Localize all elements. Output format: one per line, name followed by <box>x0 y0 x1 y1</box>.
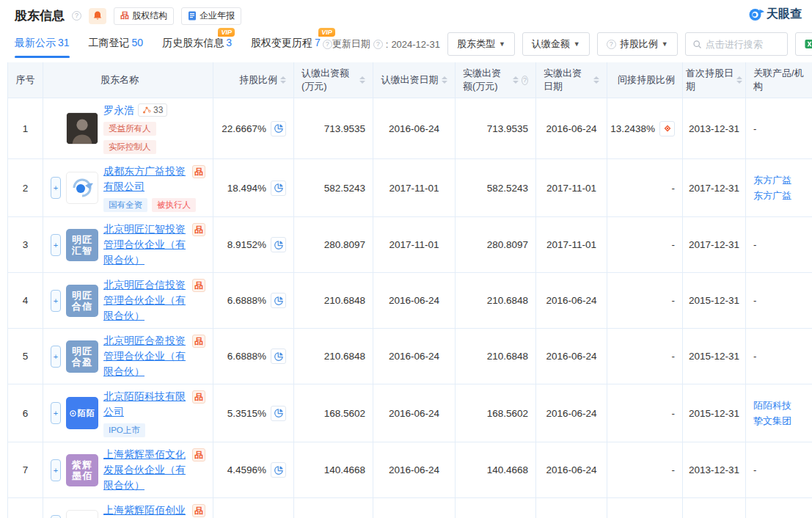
export-button[interactable]: 导出 <box>795 32 812 56</box>
shareholder-logo: 明匠合信 <box>66 285 98 317</box>
search-input[interactable] <box>706 39 780 50</box>
tag-orange[interactable]: 实际控制人 <box>103 140 156 154</box>
equity-structure-icon[interactable]: 品 <box>192 390 205 404</box>
related-products-cell: - <box>746 98 812 158</box>
indirect-detail-icon[interactable] <box>659 121 675 136</box>
shareholder-name-link[interactable]: 罗永浩 <box>103 103 134 118</box>
bell-icon[interactable] <box>89 8 106 24</box>
search-box[interactable] <box>685 32 788 56</box>
tab-label: 工商登记 <box>89 37 130 48</box>
pie-chart-icon[interactable] <box>271 349 286 364</box>
expand-button[interactable]: + <box>51 346 61 368</box>
tag-blue[interactable]: IPO上市 <box>103 423 145 437</box>
indirect-ratio-cell: - <box>607 384 683 442</box>
column-header-6[interactable]: 实缴出资额(万元)? <box>456 62 536 98</box>
tag-blue[interactable]: 国有全资 <box>103 198 147 212</box>
pie-chart-icon[interactable] <box>271 406 286 421</box>
expand-button[interactable]: + <box>51 459 61 481</box>
tabs: 最新公示31工商登记50历史股东信息3VIP股权变更历程7VIP? <box>15 32 332 58</box>
page-title: 股东信息 <box>15 7 65 24</box>
related-product-link[interactable]: 挚文集团 <box>753 414 791 428</box>
tab-1[interactable]: 最新公示31 <box>15 37 70 58</box>
column-label: 股东名称 <box>100 73 139 87</box>
equity-structure-button[interactable]: 品 股权结构 <box>114 7 174 25</box>
annual-report-button[interactable]: 企业年报 <box>181 7 241 25</box>
indirect-ratio-cell: - <box>607 498 683 518</box>
sort-icon[interactable] <box>280 76 286 84</box>
relation-graph-badge[interactable]: 33 <box>138 103 167 117</box>
tab-2[interactable]: 工商登记50 <box>89 37 144 58</box>
pie-chart-icon[interactable] <box>271 180 286 196</box>
shareholder-name-link[interactable]: 上海紫辉陌佰创业投资合伙企业（有限合伙） <box>103 503 189 518</box>
tab-count: 31 <box>58 37 70 48</box>
related-product-link: - <box>753 464 756 475</box>
expand-button[interactable]: + <box>51 234 61 256</box>
subscribed-date: 2016-06-24 <box>373 442 456 497</box>
sort-icon[interactable] <box>513 76 519 84</box>
name-block: 北京明匠合盈投资管理合伙企业（有限合伙） 品 <box>103 333 205 379</box>
filter-dropdown-1[interactable]: 股东类型▼ <box>447 32 515 56</box>
tianyancha-eye-icon <box>748 7 764 22</box>
paid-amount: 210.6848 <box>456 329 536 384</box>
expand-button[interactable]: + <box>51 402 61 424</box>
column-header-7[interactable]: 实缴出资日期 <box>536 62 607 98</box>
tags: IPO上市 <box>103 423 205 437</box>
related-product-link[interactable]: 东方广益 <box>753 189 791 203</box>
equity-structure-icon[interactable]: 品 <box>192 223 205 236</box>
brand-logo[interactable]: 天眼查 <box>748 7 802 22</box>
expand-button[interactable]: + <box>51 290 61 312</box>
shareholder-name-link[interactable]: 北京明匠合盈投资管理合伙企业（有限合伙） <box>103 333 189 379</box>
tab-4[interactable]: 股权变更历程7VIP? <box>251 37 332 58</box>
ratio-cell: 6.6888% <box>213 273 294 328</box>
indirect-ratio-cell: - <box>607 329 683 384</box>
shareholder-name-link[interactable]: 北京陌陌科技有限公司 <box>103 389 189 420</box>
ratio-value: 18.494% <box>227 183 266 194</box>
table-row: 7 + 紫辉墨佰 上海紫辉墨佰文化发展合伙企业（有限合伙） 品 4.4596% … <box>8 442 812 498</box>
shareholder-name-link[interactable]: 北京明匠合信投资管理合伙企业（有限合伙） <box>103 277 189 324</box>
related-product-link[interactable]: 东方广益 <box>753 173 791 187</box>
equity-structure-icon[interactable]: 品 <box>192 279 205 292</box>
shareholder-name-link[interactable]: 成都东方广益投资有限公司 <box>103 164 189 194</box>
row-index: 3 <box>8 217 43 272</box>
tab-3[interactable]: 历史股东信息3VIP <box>162 37 232 58</box>
tag-orange[interactable]: 受益所有人 <box>103 122 156 136</box>
shareholder-name-link[interactable]: 北京明匠汇智投资管理合伙企业（有限合伙） <box>103 222 189 268</box>
help-icon[interactable]: ? <box>72 11 81 21</box>
first-holding-date: 2013-12-31 <box>683 442 746 497</box>
expand-button[interactable]: + <box>51 177 61 199</box>
equity-structure-icon[interactable]: 品 <box>192 448 205 462</box>
equity-structure-icon[interactable]: 品 <box>192 165 205 178</box>
paid-date: 2016-06-24 <box>536 329 607 384</box>
sort-icon[interactable] <box>593 76 599 84</box>
sort-icon[interactable] <box>736 76 742 84</box>
column-header-3[interactable]: 持股比例 <box>213 62 294 98</box>
update-help-icon[interactable]: ? <box>373 40 383 49</box>
pie-chart-icon[interactable] <box>271 121 286 136</box>
ratio-cell: 4.4596% <box>213 442 294 497</box>
column-help-icon[interactable]: ? <box>522 76 528 85</box>
pie-chart-icon[interactable] <box>271 237 286 252</box>
pie-chart-icon[interactable] <box>271 462 286 478</box>
annual-report-label: 企业年报 <box>200 10 235 22</box>
sort-icon[interactable] <box>359 76 365 84</box>
expand-button[interactable]: + <box>51 515 61 518</box>
column-header-5[interactable]: 认缴出资日期 <box>373 62 456 98</box>
tag-red[interactable]: 被执行人 <box>152 198 196 212</box>
related-product-link[interactable]: 陌陌科技 <box>753 398 791 412</box>
column-header-9[interactable]: 首次持股日期 <box>683 62 746 98</box>
paid-amount: 168.5602 <box>456 384 536 442</box>
name-block: 成都东方广益投资有限公司 品 国有全资被执行人 <box>103 164 205 212</box>
equity-structure-icon[interactable]: 品 <box>192 335 205 348</box>
row-index: 6 <box>8 384 43 442</box>
filter-dropdown-2[interactable]: 认缴金额▼ <box>522 32 590 56</box>
shareholders-table: 序号股东名称持股比例认缴出资额(万元)认缴出资日期实缴出资额(万元)?实缴出资日… <box>7 62 812 518</box>
equity-structure-icon[interactable]: 品 <box>192 504 205 517</box>
tab-help-icon[interactable]: ? <box>323 40 332 49</box>
filter-dropdown-3[interactable]: ?持股比例▼ <box>597 32 678 56</box>
name-block: 上海紫辉墨佰文化发展合伙企业（有限合伙） 品 <box>103 447 205 493</box>
shareholder-name-link[interactable]: 上海紫辉墨佰文化发展合伙企业（有限合伙） <box>103 447 189 493</box>
sort-icon[interactable] <box>442 76 447 84</box>
column-header-4[interactable]: 认缴出资额(万元) <box>294 62 373 98</box>
pie-chart-icon[interactable] <box>271 293 286 308</box>
indirect-ratio-value: - <box>672 351 676 362</box>
